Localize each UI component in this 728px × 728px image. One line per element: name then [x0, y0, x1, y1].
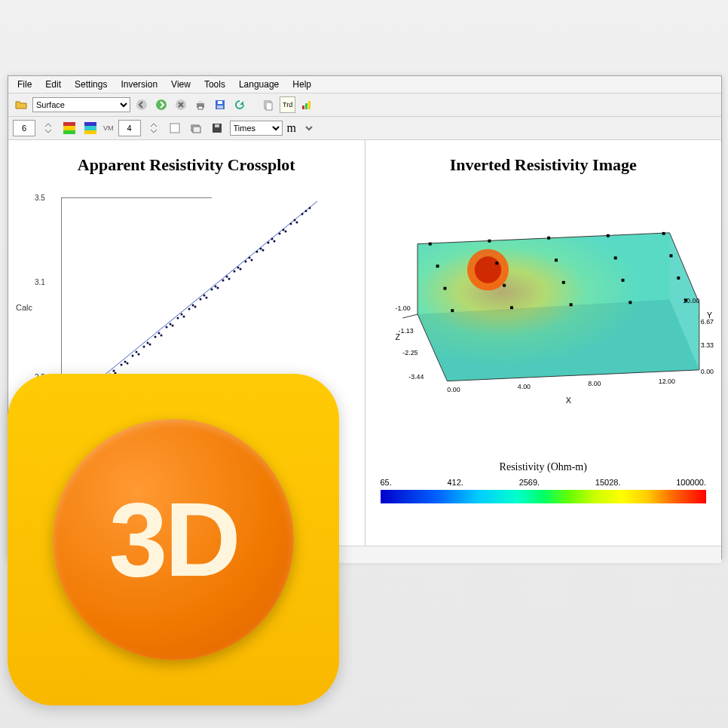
palette1-icon[interactable]	[61, 120, 78, 136]
blank-icon[interactable]	[167, 120, 183, 136]
svg-rect-97	[555, 258, 558, 262]
svg-text:0.00: 0.00	[447, 386, 460, 393]
menu-settings[interactable]: Settings	[69, 78, 113, 91]
svg-rect-12	[305, 103, 307, 109]
svg-rect-94	[662, 232, 665, 235]
svg-rect-96	[495, 262, 498, 265]
trd-button[interactable]: Trd	[280, 96, 295, 113]
svg-point-43	[154, 336, 157, 338]
svg-rect-106	[509, 306, 512, 309]
svg-point-66	[240, 268, 242, 271]
svg-point-42	[149, 344, 151, 346]
stop-icon[interactable]	[173, 96, 189, 113]
menu-tools[interactable]: Tools	[198, 78, 231, 91]
svg-text:4.00: 4.00	[517, 383, 530, 390]
param1-input[interactable]	[13, 120, 35, 136]
svg-point-47	[170, 323, 172, 326]
logo-circle: 3D	[53, 419, 294, 660]
legend-tick: 2569.	[519, 478, 540, 487]
toolbar-secondary: VM Times m	[8, 117, 721, 140]
svg-point-68	[249, 257, 251, 259]
svg-rect-98	[613, 256, 616, 259]
toolbar-main: Surface Trd	[8, 93, 721, 117]
refresh-icon[interactable]	[231, 96, 248, 113]
svg-rect-99	[669, 254, 672, 257]
svg-rect-7	[218, 101, 222, 104]
logo-text: 3D	[109, 479, 238, 601]
save-icon[interactable]	[212, 96, 228, 113]
legend-tick: 65.	[381, 478, 392, 487]
menu-help[interactable]: Help	[286, 78, 317, 91]
copy-icon[interactable]	[260, 96, 277, 113]
palette2-icon[interactable]	[82, 120, 99, 136]
y-axis-label: Calc	[16, 303, 32, 312]
svg-rect-105	[451, 309, 454, 312]
menu-inversion[interactable]: Inversion	[115, 78, 164, 91]
svg-text:-1.13: -1.13	[398, 327, 413, 335]
svg-rect-15	[63, 126, 75, 130]
unit-dropdown-icon[interactable]	[301, 120, 317, 136]
svg-text:8.00: 8.00	[588, 381, 601, 388]
svg-rect-8	[217, 106, 223, 109]
svg-rect-108	[629, 301, 632, 304]
svg-point-81	[296, 222, 298, 224]
svg-rect-24	[215, 124, 219, 127]
svg-point-53	[192, 304, 194, 307]
svg-point-65	[237, 267, 240, 269]
svg-point-36	[127, 362, 129, 365]
spinner1-icon[interactable]	[40, 120, 57, 136]
menu-language[interactable]: Language	[233, 78, 285, 91]
menu-view[interactable]: View	[165, 78, 197, 91]
svg-point-35	[124, 361, 127, 363]
svg-point-51	[183, 316, 185, 318]
svg-rect-93	[606, 234, 609, 237]
legend-gradient	[381, 490, 707, 503]
forward-icon[interactable]	[153, 96, 170, 113]
crossplot-title: Apparent Resistivity Crossplot	[16, 155, 357, 175]
svg-point-52	[188, 308, 191, 310]
app-logo-3d: 3D	[8, 374, 339, 705]
svg-point-44	[158, 332, 161, 335]
svg-point-82	[301, 213, 304, 216]
open-icon[interactable]	[13, 96, 29, 113]
svg-point-80	[294, 219, 296, 222]
svg-point-58	[211, 289, 213, 291]
svg-point-48	[172, 325, 174, 327]
svg-point-34	[121, 364, 123, 366]
svg-rect-103	[621, 279, 624, 282]
svg-point-61	[222, 280, 225, 282]
menu-file[interactable]: File	[11, 78, 38, 91]
svg-point-37	[132, 355, 134, 357]
svg-text:0.00: 0.00	[700, 368, 713, 375]
legend-tick: 100000.	[676, 478, 706, 487]
svg-point-60	[217, 287, 219, 289]
layers-icon[interactable]	[188, 120, 204, 136]
chart-icon[interactable]	[298, 96, 315, 113]
svg-point-49	[177, 317, 179, 320]
svg-point-62	[226, 276, 228, 278]
svg-point-57	[206, 297, 208, 299]
svg-point-83	[305, 210, 307, 213]
y-tick: 3.5	[35, 194, 45, 202]
svg-point-89	[474, 256, 500, 283]
print-icon[interactable]	[192, 96, 209, 113]
menu-edit[interactable]: Edit	[39, 78, 67, 91]
volume-pane: Inverted Resistivity Image	[366, 140, 722, 546]
disk-icon[interactable]	[209, 120, 225, 136]
svg-rect-18	[84, 126, 96, 130]
svg-point-71	[260, 248, 262, 250]
spinner2-icon[interactable]	[145, 120, 162, 136]
svg-point-39	[138, 353, 140, 356]
svg-text:12.00: 12.00	[658, 378, 674, 385]
param2-input[interactable]	[118, 120, 141, 136]
volume-plot[interactable]: X Y Z 0.00 4.00 8.00 12.00 0.00 3.33 6.6…	[373, 197, 714, 439]
surface-combo[interactable]: Surface	[32, 97, 130, 112]
svg-rect-90	[428, 243, 431, 246]
svg-rect-100	[443, 287, 446, 290]
svg-point-32	[113, 370, 115, 372]
svg-point-55	[200, 298, 202, 301]
back-icon[interactable]	[133, 96, 150, 113]
svg-point-41	[147, 342, 149, 344]
svg-point-63	[228, 278, 231, 280]
font-combo[interactable]: Times	[230, 121, 283, 136]
